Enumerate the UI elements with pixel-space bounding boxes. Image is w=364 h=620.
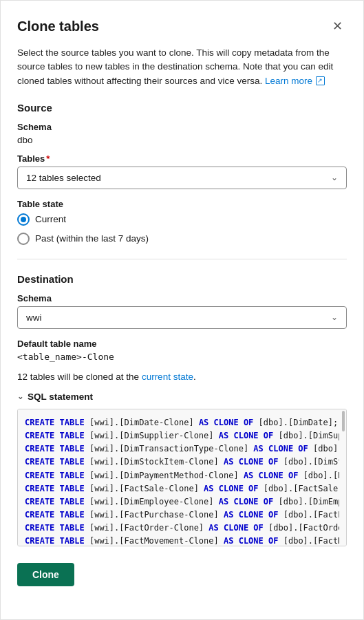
sql-lines-container: CREATE TABLE [wwi].[DimDate-Clone] AS CL… (25, 416, 339, 546)
learn-more-link[interactable]: Learn more (265, 74, 325, 88)
source-section-title: Source (17, 102, 347, 114)
schema-value: dbo (17, 135, 347, 145)
sql-section: ⌄ SQL statement CREATE TABLE [wwi].[DimD… (17, 392, 347, 546)
learn-more-label: Learn more (265, 74, 312, 88)
sql-section-toggle[interactable]: ⌄ SQL statement (17, 392, 347, 402)
sql-box[interactable]: CREATE TABLE [wwi].[DimDate-Clone] AS CL… (17, 409, 347, 546)
tables-selected-text: 12 tables selected (26, 173, 101, 183)
sql-line: CREATE TABLE [wwi].[FactMovement-Clone] … (25, 535, 339, 546)
dest-schema-label: Schema (17, 293, 347, 303)
tables-required-indicator: * (46, 153, 50, 164)
section-divider (17, 259, 347, 259)
radio-past-circle (17, 233, 30, 245)
sql-line: CREATE TABLE [wwi].[DimPaymentMethod-Clo… (25, 469, 339, 482)
dialog-title: Clone tables (17, 19, 99, 34)
sql-line: CREATE TABLE [wwi].[FactOrder-Clone] AS … (25, 522, 339, 535)
dialog-header: Clone tables ✕ (17, 17, 347, 35)
tables-label: Tables* (17, 153, 347, 164)
radio-group: Current Past (within the last 7 days) (17, 213, 347, 245)
tables-dropdown[interactable]: 12 tables selected ⌄ (17, 167, 347, 189)
destination-section: Destination Schema wwi ⌄ Default table n… (17, 273, 347, 362)
scrollbar (342, 411, 345, 431)
table-state-label: Table state (17, 199, 347, 209)
radio-current-circle (17, 213, 30, 226)
clone-info-prefix: 12 tables will be cloned at the (17, 372, 142, 382)
source-section: Source Schema dbo Tables* 12 tables sele… (17, 102, 347, 245)
sql-line: CREATE TABLE [wwi].[DimEmployee-Clone] A… (25, 495, 339, 509)
dest-schema-dropdown[interactable]: wwi ⌄ (17, 306, 347, 329)
clone-tables-dialog: Clone tables ✕ Select the source tables … (0, 0, 364, 620)
tables-label-text: Tables (17, 153, 45, 164)
clone-info-suffix: . (193, 372, 196, 382)
clone-info-highlight: current state (142, 372, 193, 382)
table-state-section: Table state Current Past (within the las… (17, 199, 347, 245)
dest-schema-value: wwi (26, 312, 42, 323)
radio-past[interactable]: Past (within the last 7 days) (17, 233, 347, 245)
chevron-down-icon: ⌄ (331, 173, 338, 182)
sql-line: CREATE TABLE [wwi].[FactPurchase-Clone] … (25, 509, 339, 522)
description-text: Select the source tables you want to clo… (17, 46, 347, 88)
sql-section-label: SQL statement (28, 392, 93, 402)
destination-section-title: Destination (17, 273, 347, 285)
clone-button[interactable]: Clone (17, 563, 74, 586)
radio-current-label: Current (35, 214, 66, 224)
default-table-name-label: Default table name (17, 339, 347, 349)
external-link-icon (316, 76, 325, 85)
sql-line: CREATE TABLE [wwi].[FactSale-Clone] AS C… (25, 482, 339, 495)
radio-past-label: Past (within the last 7 days) (35, 233, 149, 244)
schema-label: Schema (17, 122, 347, 132)
close-button[interactable]: ✕ (328, 17, 347, 35)
default-table-name-value: <table_name>-Clone (17, 352, 347, 362)
sql-line: CREATE TABLE [wwi].[DimTransactionType-C… (25, 442, 339, 456)
sql-line: CREATE TABLE [wwi].[DimSupplier-Clone] A… (25, 429, 339, 442)
sql-chevron-icon: ⌄ (17, 392, 23, 401)
footer: Clone (17, 563, 347, 586)
dest-chevron-down-icon: ⌄ (331, 312, 338, 322)
sql-line: CREATE TABLE [wwi].[DimDate-Clone] AS CL… (25, 416, 339, 429)
sql-line: CREATE TABLE [wwi].[DimStockItem-Clone] … (25, 456, 339, 469)
clone-info: 12 tables will be cloned at the current … (17, 372, 347, 382)
radio-current[interactable]: Current (17, 213, 347, 226)
